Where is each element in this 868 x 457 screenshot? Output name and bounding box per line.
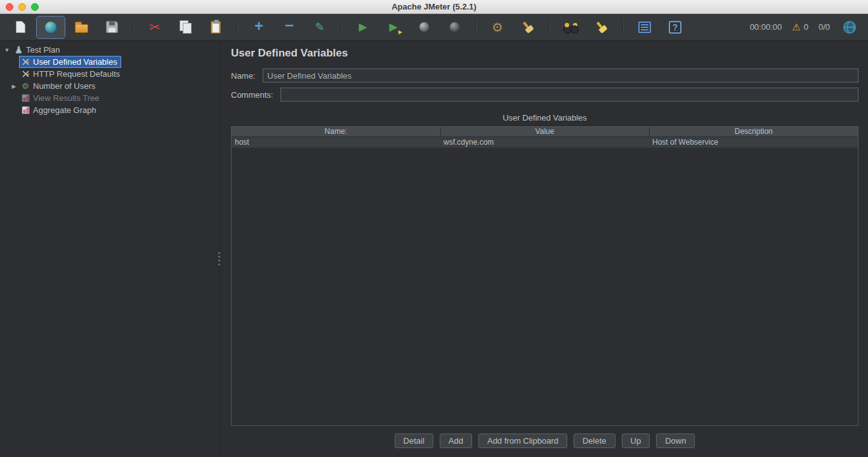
toolbar-separator (237, 19, 238, 36)
tree-item-user-defined-variables[interactable]: User Defined Variables (0, 56, 219, 68)
toggle-element-button[interactable]: ✎ (306, 17, 334, 38)
toolbar-separator (622, 19, 624, 36)
page-title: User Defined Variables (231, 47, 858, 60)
stop-sphere-icon (419, 22, 430, 32)
add-from-clipboard-button[interactable]: Add from Clipboard (478, 434, 567, 448)
stop-button[interactable] (410, 17, 438, 38)
tree-item-view-results-tree[interactable]: View Results Tree (0, 92, 219, 104)
name-field-row: Name: (231, 69, 858, 83)
search-button[interactable] (557, 17, 585, 38)
cell-value[interactable]: wsf.cdyne.com (440, 136, 649, 147)
help-button[interactable]: ? (661, 17, 689, 38)
table-row[interactable]: host wsf.cdyne.com Host of Webservice (232, 136, 858, 147)
column-header-description[interactable]: Description (649, 127, 858, 136)
cell-name[interactable]: host (232, 136, 440, 147)
paste-button[interactable] (202, 17, 230, 38)
tree-item-http-request-defaults[interactable]: HTTP Request Defaults (0, 68, 219, 80)
delete-button[interactable]: Delete (574, 434, 615, 448)
save-button[interactable] (98, 17, 126, 38)
expand-arrow-icon[interactable]: ▼ (2, 47, 12, 53)
comments-field-row: Comments: (231, 88, 858, 102)
start-no-pauses-button[interactable]: ▶▶ (379, 17, 407, 38)
window-controls (0, 3, 39, 11)
thread-group-gear-icon: ⚙ (21, 82, 30, 91)
down-button[interactable]: Down (656, 434, 695, 448)
minus-icon: − (285, 18, 294, 33)
main-toolbar: ✂ + − ✎ ▶ ▶▶ ⚙ ? 00:00:00 ⚠ 0 0/0 (0, 14, 868, 41)
config-element-icon (21, 58, 30, 67)
variables-table-title: User Defined Variables (231, 113, 858, 123)
cell-description[interactable]: Host of Webservice (649, 136, 858, 147)
cut-icon: ✂ (149, 20, 161, 34)
search-binoculars-icon (563, 23, 579, 34)
up-button[interactable]: Up (622, 434, 650, 448)
tree-item-label: View Results Tree (33, 93, 100, 103)
tree-item-label: Aggregate Graph (33, 105, 96, 115)
cut-button[interactable]: ✂ (141, 17, 169, 38)
log-errors-indicator[interactable]: ⚠ 0 (792, 22, 808, 32)
toggle-pencil-icon: ✎ (315, 22, 324, 33)
tree-item-test-plan[interactable]: ▼ Test Plan (0, 44, 219, 56)
detail-button[interactable]: Detail (395, 434, 433, 448)
copy-icon (180, 20, 192, 34)
tree-item-label: Number of Users (33, 81, 95, 91)
shutdown-button[interactable] (440, 17, 468, 38)
toolbar-separator (475, 19, 477, 36)
content-area: ▼ Test Plan User Defined Variables (0, 41, 868, 457)
table-header-row: Name: Value Description (232, 127, 858, 136)
listener-chart-icon (21, 106, 30, 115)
open-file-button[interactable] (67, 17, 95, 38)
start-button[interactable]: ▶ (349, 17, 377, 38)
new-file-icon (16, 21, 25, 33)
new-file-button[interactable] (6, 17, 34, 38)
no-pauses-badge-icon: ▶ (398, 30, 402, 35)
templates-icon (44, 21, 57, 34)
clear-all-broom-icon (519, 18, 537, 36)
table-actions: Detail Add Add from Clipboard Delete Up … (231, 434, 858, 448)
name-input[interactable] (263, 69, 858, 83)
tree-item-number-of-users[interactable]: ▶ ⚙ Number of Users (0, 80, 219, 92)
paste-icon (211, 21, 221, 34)
listener-chart-icon (21, 94, 30, 103)
add-element-button[interactable]: + (245, 17, 273, 38)
function-helper-button[interactable] (631, 17, 659, 38)
column-header-value[interactable]: Value (440, 127, 649, 136)
clear-button[interactable]: ⚙ (483, 17, 511, 38)
toolbar-separator (549, 19, 550, 36)
clear-gear-icon: ⚙ (492, 21, 503, 34)
active-threads-count: 0/0 (819, 22, 830, 32)
splitter-handle[interactable] (216, 248, 222, 269)
comments-input[interactable] (280, 88, 858, 102)
open-folder-icon (75, 24, 88, 33)
test-plan-tree: ▼ Test Plan User Defined Variables (0, 41, 219, 457)
remote-globe-button[interactable] (840, 17, 859, 38)
shutdown-sphere-icon (449, 22, 460, 32)
config-element-icon (21, 70, 30, 79)
search-reset-button[interactable] (588, 17, 615, 38)
window-title: Apache JMeter (5.2.1) (0, 2, 868, 11)
minimize-window-button[interactable] (18, 3, 26, 11)
tree-item-label: HTTP Request Defaults (33, 69, 120, 79)
templates-button[interactable] (37, 17, 65, 38)
remove-element-button[interactable]: − (275, 17, 303, 38)
plus-icon: + (254, 18, 263, 34)
tree-item-label: Test Plan (26, 45, 60, 55)
window-titlebar: Apache JMeter (5.2.1) (0, 0, 868, 14)
elapsed-timer: 00:00:00 (750, 22, 782, 32)
tree-item-label: User Defined Variables (33, 57, 117, 67)
toolbar-status-area: 00:00:00 ⚠ 0 0/0 (750, 17, 862, 38)
add-button[interactable]: Add (440, 434, 472, 448)
function-helper-icon (638, 22, 651, 33)
close-window-button[interactable] (6, 3, 13, 11)
test-plan-icon (14, 46, 23, 55)
tree-item-aggregate-graph[interactable]: Aggregate Graph (0, 104, 219, 116)
collapse-arrow-icon[interactable]: ▶ (9, 83, 19, 89)
clear-all-button[interactable] (514, 17, 542, 38)
copy-button[interactable] (171, 17, 199, 38)
zoom-window-button[interactable] (31, 3, 39, 11)
start-play-icon: ▶ (358, 22, 367, 32)
comments-label: Comments: (231, 90, 273, 100)
column-header-name[interactable]: Name: (232, 127, 440, 136)
warning-icon: ⚠ (792, 22, 800, 32)
element-editor-panel: User Defined Variables Name: Comments: U… (219, 41, 868, 457)
